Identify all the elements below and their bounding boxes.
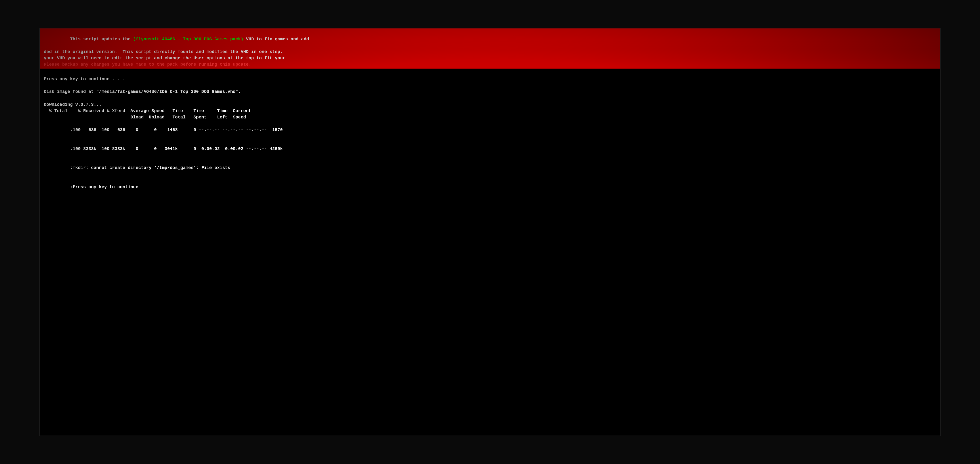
content-area: Press any key to continue . . . Disk ima… <box>44 69 936 196</box>
header-white-2: VHD to fix games and add <box>243 37 309 41</box>
screen: This script updates the (flynnsbit AO486… <box>39 28 940 436</box>
mkdir-prefix: : <box>70 165 73 170</box>
monitor: This script updates the (flynnsbit AO486… <box>0 0 980 464</box>
header-line-3: your VHD you will need to edit the scrip… <box>44 55 936 61</box>
blank-2 <box>44 82 936 89</box>
blank-1 <box>44 70 936 76</box>
header-bar: This script updates the (flynnsbit AO486… <box>40 29 940 69</box>
terminal: This script updates the (flynnsbit AO486… <box>40 29 940 435</box>
header-white-1: This script updates the <box>70 37 133 41</box>
curl-row-1: :100 636 100 636 0 0 1468 0 --:--:-- --:… <box>44 120 936 139</box>
curl-prefix-2: : <box>70 147 73 151</box>
curl-header-1: % Total % Received % Xferd Average Speed… <box>44 108 936 114</box>
blank-3 <box>44 95 936 101</box>
mkdir-error: :mkdir: cannot create directory ‘/tmp/do… <box>44 158 936 177</box>
disk-found: Disk image found at "/media/fat/games/AO… <box>44 89 936 95</box>
header-line-4: Please backup any changes you have made … <box>44 61 936 68</box>
press-prefix: : <box>70 185 73 190</box>
header-green: (flynnsbit AO486 - Top 300 DOS Games pac… <box>133 37 243 41</box>
press-continue-1: Press any key to continue . . . <box>44 76 936 82</box>
header-line-1: This script updates the (flynnsbit AO486… <box>44 29 936 48</box>
curl-prefix-1: : <box>70 128 73 132</box>
downloading: Downloading v.0.7.3... <box>44 101 936 108</box>
curl-row-2: :100 8333k 100 8333k 0 0 3041k 0 0:00:02… <box>44 139 936 158</box>
press-continue-2: :Press any key to continue <box>44 177 936 196</box>
header-line-2: ded in the original version. This script… <box>44 49 936 55</box>
curl-header-2: Dload Upload Total Spent Left Speed <box>44 114 936 120</box>
